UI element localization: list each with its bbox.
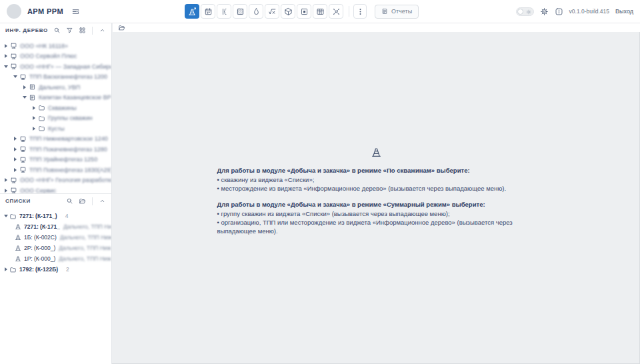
- caret-right-icon[interactable]: [31, 106, 37, 110]
- tree-item[interactable]: Кусты: [0, 123, 111, 134]
- lists-title: СПИСКИ: [5, 198, 31, 204]
- caret-right-icon[interactable]: [31, 116, 37, 120]
- collapse-panel-icon[interactable]: [99, 27, 106, 34]
- well-group-count: 4: [65, 213, 69, 219]
- caret-right-icon[interactable]: [12, 137, 18, 141]
- info-tree-header: ИНФ. ДЕРЕВО: [0, 23, 111, 37]
- caret-right-icon[interactable]: [31, 127, 37, 131]
- well-row[interactable]: 1Б: (К-002С)Дальнего, ТПП Нижневартовско…: [0, 232, 111, 243]
- reports-button[interactable]: Отчеты: [375, 5, 419, 19]
- tree-item[interactable]: Дальнего, УВП: [0, 82, 111, 93]
- folder-open-icon[interactable]: [118, 24, 125, 31]
- org-icon: [10, 42, 17, 49]
- folder-icon: [38, 125, 45, 132]
- tree-item[interactable]: ООО «ННГ» Геология разработки: [0, 175, 111, 186]
- filter-icon[interactable]: [66, 27, 73, 34]
- module-button-brackets[interactable]: [217, 4, 231, 19]
- caret-right-icon[interactable]: [3, 189, 9, 193]
- tree-item[interactable]: ООО Сервойл Плюс: [0, 51, 111, 62]
- instruction-bullets: группу скважин из виджета «Списки» (вызы…: [217, 209, 536, 235]
- logout-link[interactable]: Выход: [615, 8, 633, 15]
- search-icon[interactable]: [66, 197, 73, 205]
- reports-button-label: Отчеты: [391, 8, 412, 15]
- app-window: APM PPM Отчеты v0.1.0-build.415 Выход ИН…: [0, 0, 640, 364]
- tree-item[interactable]: ООО «НК 16118»: [0, 41, 111, 51]
- well-group-row[interactable]: 7271: (К-171_)4: [0, 211, 111, 221]
- tree-item[interactable]: Группы скважин: [0, 113, 111, 124]
- tree-item-label: ТПП Нижневартовское 1240: [29, 135, 108, 142]
- instruction-bullet: скважину из виджета «Списки»;: [217, 175, 536, 184]
- droplet-icon: [252, 7, 261, 16]
- module-button-report-square[interactable]: [297, 4, 311, 19]
- module-button-network-node[interactable]: [329, 4, 343, 19]
- org-icon: [10, 63, 17, 70]
- tree-item-label: ООО «ННГ» — Западная Сибирь: [20, 63, 111, 70]
- caret-right-icon[interactable]: [3, 44, 9, 48]
- theme-toggle[interactable]: [516, 7, 534, 16]
- caret-right-icon[interactable]: [3, 54, 9, 58]
- tree-item[interactable]: ООО Сервис: [0, 185, 111, 193]
- module-button-cube[interactable]: [281, 4, 295, 19]
- well-description: Дальнего, ТПП Нижневартовское: [60, 234, 111, 241]
- tree-item[interactable]: ООО «ННГ» — Западная Сибирь: [0, 61, 111, 72]
- well-row[interactable]: 2Р: (К-000_)Дальнего, ТПП Нижневартовско…: [0, 243, 111, 253]
- caret-down-icon[interactable]: [3, 65, 9, 68]
- module-button-table-grid[interactable]: [313, 4, 327, 19]
- module-button-calendar[interactable]: [201, 4, 215, 19]
- tree-item[interactable]: ТПП Повхнефтегаз 1830(А29): [0, 165, 111, 175]
- module-button-droplet[interactable]: [249, 4, 263, 19]
- instruction-bullet: организацию, ТПП или месторождение из ви…: [217, 218, 536, 235]
- caret-right-icon[interactable]: [21, 85, 27, 89]
- network-node-icon: [332, 7, 341, 16]
- derrick-arrow-icon: [188, 7, 197, 16]
- well-description: Дальнего, ТПП Нижневартовское: [59, 255, 111, 262]
- caret-right-icon[interactable]: [3, 267, 9, 271]
- tree-item[interactable]: ТПП Нижневартовское 1240: [0, 134, 111, 145]
- caret-right-icon[interactable]: [12, 168, 18, 172]
- sidebar-collapse-icon: [71, 7, 80, 16]
- well-group-label: 1792: (К-122Б): [19, 266, 58, 273]
- lists-header: СПИСКИ: [0, 194, 111, 208]
- tree-item[interactable]: ТПП Урайнефтегаз 1250: [0, 155, 111, 165]
- well-row[interactable]: 7271: (К-171_Дальнего, ТПП Нижневартовск…: [0, 221, 111, 232]
- caret-down-icon[interactable]: [3, 215, 9, 217]
- caret-down-icon[interactable]: [12, 75, 18, 78]
- dots-v-icon: [356, 7, 365, 16]
- tree-item[interactable]: Капитан Казанцевское ВРП: [0, 93, 111, 103]
- tree-item-label: ТПП Васюганнефтегаз 1200: [29, 73, 107, 80]
- caret-down-icon[interactable]: [21, 96, 27, 99]
- sidebar-collapse-button[interactable]: [71, 7, 80, 16]
- doc-icon: [381, 8, 388, 15]
- tree-item[interactable]: ТПП Покачевнефтегаз 1280: [0, 144, 111, 155]
- org-icon: [19, 166, 27, 173]
- instruction-bullets: скважину из виджета «Списки»;месторожден…: [217, 175, 536, 193]
- org-icon: [10, 177, 17, 184]
- well-group-row[interactable]: 1792: (К-122Б)2: [0, 264, 111, 275]
- org-icon: [19, 73, 27, 81]
- more-menu-button[interactable]: [353, 4, 367, 19]
- settings-gear-icon[interactable]: [540, 7, 549, 16]
- module-button-hatched-square[interactable]: [233, 4, 247, 19]
- divider: [92, 27, 93, 35]
- top-right-controls: v0.1.0-build.415 Выход: [516, 7, 633, 16]
- folder-icon: [9, 266, 17, 273]
- search-icon[interactable]: [53, 27, 61, 34]
- tree-item[interactable]: Скважины: [0, 103, 111, 113]
- grid-view-icon[interactable]: [79, 27, 86, 34]
- folder-open-icon[interactable]: [79, 197, 86, 205]
- tree-item[interactable]: ТПП Васюганнефтегаз 1200: [0, 72, 111, 83]
- asset-icon: [29, 94, 36, 101]
- module-button-derrick-arrow[interactable]: [185, 4, 199, 19]
- caret-right-icon[interactable]: [12, 147, 18, 151]
- info-icon[interactable]: [555, 7, 563, 16]
- lists-panel: СПИСКИ 7271: (К-171_)47271: (К-171_Дальн…: [0, 193, 111, 364]
- caret-right-icon[interactable]: [12, 157, 18, 161]
- lists-body: 7271: (К-171_)47271: (К-171_Дальнего, ТП…: [0, 208, 111, 364]
- derrick-icon: [15, 223, 21, 230]
- collapse-panel-icon[interactable]: [99, 197, 106, 205]
- module-button-sqrt[interactable]: [265, 4, 279, 19]
- tree-item-label: Кусты: [48, 125, 65, 132]
- main-tab-strip: [113, 23, 640, 32]
- well-row[interactable]: 1Р: (К-000_)Дальнего, ТПП Нижневартовско…: [0, 253, 111, 264]
- caret-right-icon[interactable]: [3, 178, 9, 182]
